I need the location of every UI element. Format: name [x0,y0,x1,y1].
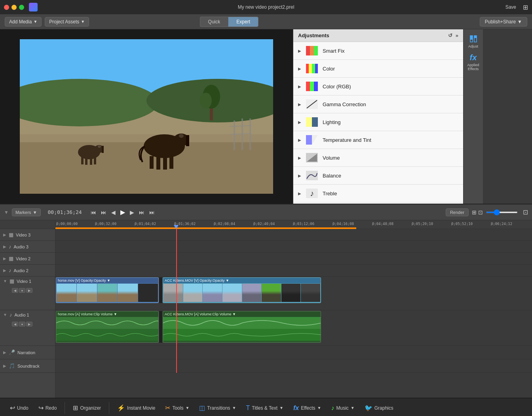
video1-mini-btn2[interactable]: ● [19,288,25,293]
adj-expand-arrow: ▶ [298,156,301,160]
svg-rect-17 [94,157,96,164]
view-zoom-button[interactable]: ⊡ [478,209,483,216]
audio1-label: Audio 1 [14,313,29,317]
frame-back-button[interactable]: ◀ [110,208,117,216]
instant-movie-button[interactable]: ⚡ Instant Movie [113,402,159,414]
balance-icon [306,171,318,180]
audio1-mini-btn3[interactable]: ▶ [26,322,32,326]
audio3-expand[interactable]: ▶ [3,244,6,249]
adj-treble-label: Treble [323,191,337,197]
time-marker-9: 0;05;20;10 [412,220,433,226]
expert-mode-button[interactable]: Expert [228,17,258,27]
adjustment-temp-tint[interactable]: ▶ Temperature and Tint [293,131,463,149]
step-forward-button[interactable]: ⏭ [137,208,146,216]
undo-button[interactable]: ↩ Undo [6,402,32,414]
play-button[interactable]: ▶ [119,208,127,217]
adjust-tool[interactable]: Adjust [464,31,483,51]
close-button[interactable] [4,5,9,10]
adjustment-balance[interactable]: ▶ Balance [293,167,463,185]
expand-icon[interactable]: » [456,32,458,38]
audio2-expand[interactable]: ▶ [3,268,6,273]
audio2-icon: ♪ [9,267,11,273]
timeline-expand-button[interactable]: ⊡ [523,208,528,216]
narration-expand[interactable]: ▶ [3,350,6,355]
layout-button[interactable]: ⊞ [523,4,528,11]
adjustment-treble[interactable]: ▶ ♪ Treble [293,185,463,202]
music-icon: ♪ [331,405,334,412]
svg-rect-32 [314,46,318,55]
svg-rect-6 [249,118,251,150]
audio1-mini-btn2[interactable]: ● [19,322,25,326]
applied-effects-tool[interactable]: fx Applied Effects [464,52,483,72]
markers-button[interactable]: Markers ▼ [12,208,41,216]
adjustment-bass[interactable]: ▶ 𝄢 Bass [293,202,463,204]
svg-rect-8 [234,120,235,150]
adjustment-gamma[interactable]: ▶ Gamma Correction [293,95,463,113]
clip-horse-audio[interactable]: horse.mov [A] Volume:Clip Volume ▼ [56,311,159,343]
svg-rect-23 [156,156,160,170]
tools-icon: ✂ [165,404,170,412]
audio1-expand[interactable]: ▼ [3,313,7,317]
video1-mini-btn1[interactable]: ◀ [12,288,18,293]
music-arrow: ▼ [351,406,355,410]
track-label-audio3: ▶ ♪ Audio 3 [0,241,55,253]
audio3-icon: ♪ [9,244,11,250]
clip-horse-video[interactable]: horse.mov [V] Opacity:Opacity ▼ [56,277,159,303]
transitions-button[interactable]: ◫ Transitions ▼ [195,402,240,414]
svg-rect-49 [470,36,473,40]
adj-temp-tint-label: Temperature and Tint [323,137,371,143]
save-button[interactable]: Save [505,4,516,10]
go-to-start-button[interactable]: ⏮ [89,208,98,216]
video1-expand[interactable]: ▼ [3,279,7,283]
go-to-end-button[interactable]: ⏭ [148,208,156,216]
adjustment-volume[interactable]: ▶ Volume [293,149,463,167]
clip-kittens-video[interactable]: ACC Kittens.MOV [V] Opacity:Opacity ▼ [163,277,321,303]
track-label-soundtrack: ▶ 🎵 Soundtrack [0,359,55,373]
adj-expand-arrow: ▶ [298,67,301,71]
redo-button[interactable]: ↪ Redo [34,402,61,414]
adjustment-color-rgb[interactable]: ▶ Color (RGB) [293,78,463,95]
track-audio3 [55,241,532,253]
adjustment-smart-fix[interactable]: ▶ Smart Fix [293,42,463,60]
soundtrack-expand[interactable]: ▶ [3,364,6,368]
tools-button[interactable]: ✂ Tools ▼ [161,402,193,414]
graphics-button[interactable]: 🐦 Graphics [361,402,397,414]
project-assets-button[interactable]: Project Assets ▼ [45,17,89,27]
audio1-mini-btn1[interactable]: ◀ [12,322,18,326]
music-button[interactable]: ♪ Music ▼ [327,403,359,414]
view-fit-button[interactable]: ⊞ [472,209,477,216]
clip-kittens-audio[interactable]: ACC Kittens.MOV [A] Volume:Clip Volume ▼ [163,311,321,343]
titles-text-icon: T [246,405,250,412]
add-media-arrow: ▼ [33,19,37,24]
track-label-narration: ▶ 🎤 Narration [0,346,55,359]
organizer-button[interactable]: ⊞ Organizer [69,402,105,414]
right-sidebar: Adjust fx Applied Effects [463,29,483,204]
maximize-button[interactable] [19,5,24,10]
svg-rect-26 [150,156,154,169]
video3-expand[interactable]: ▶ [3,233,6,237]
effects-button[interactable]: fx Effects ▼ [289,403,325,414]
render-button[interactable]: Render [446,208,469,216]
reset-icon[interactable]: ↺ [448,32,452,38]
timecode-display: 00;01;36;24 [48,209,82,215]
video1-mini-btn3[interactable]: ▶ [26,288,32,293]
time-marker-2: 0;01;04;02 [135,220,156,226]
lighting-icon [306,117,318,127]
track-label-video2: ▶ ▦ Video 2 [0,253,55,265]
timeline-tracks-area[interactable]: 0;00;00;00 0;00;32;00 0;01;04;02 0;01;36… [55,220,532,398]
add-media-button[interactable]: Add Media ▼ [5,17,42,27]
titles-text-button[interactable]: T Titles & Text ▼ [242,403,287,414]
adjustment-lighting[interactable]: ▶ Lighting [293,113,463,131]
step-back-button[interactable]: ⏭ [99,208,108,216]
clip-horse-audio-label: horse.mov [A] Volume:Clip Volume ▼ [56,311,158,317]
frame-forward-button[interactable]: ▶ [128,208,136,216]
minimize-button[interactable] [11,5,17,10]
video1-icon: ▦ [10,278,14,284]
video3-icon: ▦ [9,232,13,238]
zoom-slider[interactable] [486,212,518,213]
adjustment-color[interactable]: ▶ Color [293,60,463,78]
quick-mode-button[interactable]: Quick [200,17,228,27]
timeline-controls: ▼ Markers ▼ 00;01;36;24 ⏮ ⏭ ◀ ▶ ▶ ⏭ ⏭ Re… [0,204,532,220]
publish-share-button[interactable]: Publish+Share ▼ [480,17,527,27]
video2-expand[interactable]: ▶ [3,256,6,261]
